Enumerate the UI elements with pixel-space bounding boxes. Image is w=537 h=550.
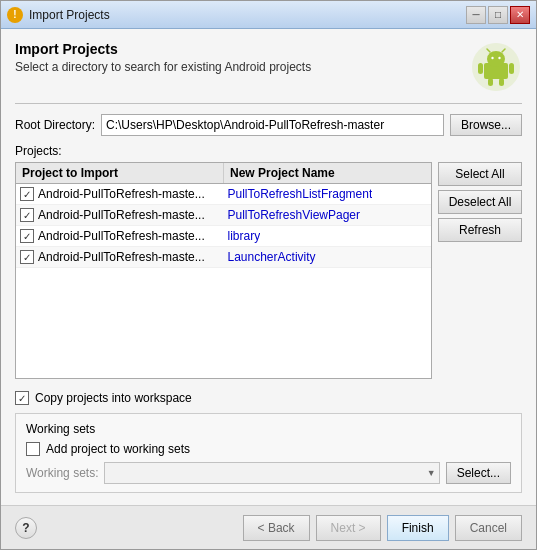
select-all-button[interactable]: Select All (438, 162, 522, 186)
browse-button[interactable]: Browse... (450, 114, 522, 136)
table-cell-name-0: PullToRefreshListFragment (224, 184, 432, 204)
dialog-title: Import Projects (15, 41, 311, 57)
new-name-2: library (228, 229, 261, 243)
import-projects-window: ! Import Projects ─ □ ✕ Import Projects … (0, 0, 537, 550)
copy-checkbox-row: Copy projects into workspace (15, 391, 522, 405)
table-cell-project-3: Android-PullToRefresh-maste... (16, 247, 224, 267)
working-sets-section: Working sets Add project to working sets… (15, 413, 522, 493)
root-dir-label: Root Directory: (15, 118, 95, 132)
project-name-0: Android-PullToRefresh-maste... (38, 187, 205, 201)
minimize-button[interactable]: ─ (466, 6, 486, 24)
title-bar: ! Import Projects ─ □ ✕ (1, 1, 536, 29)
table-cell-name-3: LauncherActivity (224, 247, 432, 267)
copy-checkbox[interactable] (15, 391, 29, 405)
title-bar-left: ! Import Projects (7, 7, 110, 23)
table-body: Android-PullToRefresh-maste... PullToRef… (16, 184, 431, 268)
copy-label: Copy projects into workspace (35, 391, 192, 405)
header-text: Import Projects Select a directory to se… (15, 41, 311, 74)
row-checkbox-2[interactable] (20, 229, 34, 243)
next-button[interactable]: Next > (316, 515, 381, 541)
back-button[interactable]: < Back (243, 515, 310, 541)
projects-table: Project to Import New Project Name Andro… (15, 162, 432, 379)
nav-buttons: < Back Next > Finish Cancel (243, 515, 522, 541)
projects-label: Projects: (15, 144, 522, 158)
col-name-header: New Project Name (224, 163, 431, 183)
deselect-all-button[interactable]: Deselect All (438, 190, 522, 214)
dialog-subtitle: Select a directory to search for existin… (15, 60, 311, 74)
separator-1 (15, 103, 522, 104)
working-sets-title: Working sets (26, 422, 511, 436)
ws-add-label: Add project to working sets (46, 442, 190, 456)
ws-add-row: Add project to working sets (26, 442, 511, 456)
svg-point-2 (487, 51, 505, 67)
new-name-1: PullToRefreshViewPager (228, 208, 361, 222)
table-cell-name-2: library (224, 226, 432, 246)
svg-point-4 (498, 57, 500, 59)
row-checkbox-0[interactable] (20, 187, 34, 201)
root-dir-row: Root Directory: C:\Users\HP\Desktop\Andr… (15, 114, 522, 136)
table-row: Android-PullToRefresh-maste... PullToRef… (16, 184, 431, 205)
dialog-header: Import Projects Select a directory to se… (15, 41, 522, 93)
ws-combo[interactable] (104, 462, 439, 484)
ws-sets-label: Working sets: (26, 466, 98, 480)
title-bar-controls: ─ □ ✕ (466, 6, 530, 24)
project-name-3: Android-PullToRefresh-maste... (38, 250, 205, 264)
cancel-button[interactable]: Cancel (455, 515, 522, 541)
ws-add-checkbox[interactable] (26, 442, 40, 456)
window-icon: ! (7, 7, 23, 23)
ws-select-button[interactable]: Select... (446, 462, 511, 484)
projects-section: Projects: Project to Import New Project … (15, 144, 522, 379)
projects-container: Project to Import New Project Name Andro… (15, 162, 522, 379)
finish-button[interactable]: Finish (387, 515, 449, 541)
help-button[interactable]: ? (15, 517, 37, 539)
maximize-button[interactable]: □ (488, 6, 508, 24)
svg-rect-10 (499, 78, 504, 86)
bottom-bar: ? < Back Next > Finish Cancel (1, 505, 536, 549)
new-name-0: PullToRefreshListFragment (228, 187, 373, 201)
ws-combo-wrapper (104, 462, 439, 484)
row-checkbox-1[interactable] (20, 208, 34, 222)
row-checkbox-3[interactable] (20, 250, 34, 264)
svg-rect-9 (488, 78, 493, 86)
root-dir-path: C:\Users\HP\Desktop\Android-PullToRefres… (101, 114, 444, 136)
table-cell-project-1: Android-PullToRefresh-maste... (16, 205, 224, 225)
project-name-1: Android-PullToRefresh-maste... (38, 208, 205, 222)
action-buttons: Select All Deselect All Refresh (438, 162, 522, 379)
table-row: Android-PullToRefresh-maste... PullToRef… (16, 205, 431, 226)
table-row: Android-PullToRefresh-maste... library (16, 226, 431, 247)
table-cell-project-2: Android-PullToRefresh-maste... (16, 226, 224, 246)
svg-rect-8 (509, 63, 514, 74)
svg-rect-7 (478, 63, 483, 74)
new-name-3: LauncherActivity (228, 250, 316, 264)
dialog-content: Import Projects Select a directory to se… (1, 29, 536, 505)
window-title: Import Projects (29, 8, 110, 22)
table-row: Android-PullToRefresh-maste... LauncherA… (16, 247, 431, 268)
table-cell-project-0: Android-PullToRefresh-maste... (16, 184, 224, 204)
ws-label-row: Working sets: Select... (26, 462, 511, 484)
col-project-header: Project to Import (16, 163, 224, 183)
android-logo (470, 41, 522, 93)
svg-point-3 (491, 57, 493, 59)
refresh-button[interactable]: Refresh (438, 218, 522, 242)
project-name-2: Android-PullToRefresh-maste... (38, 229, 205, 243)
table-cell-name-1: PullToRefreshViewPager (224, 205, 432, 225)
table-header: Project to Import New Project Name (16, 163, 431, 184)
close-button[interactable]: ✕ (510, 6, 530, 24)
